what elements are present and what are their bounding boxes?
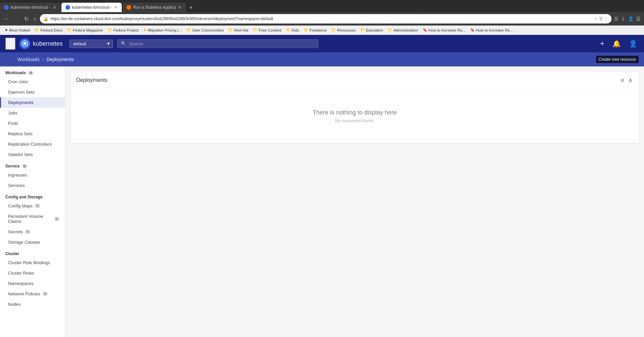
tab-3[interactable]: Run a Stateless Applica ✕ [122,3,186,12]
hamburger-menu[interactable]: ☰ [5,38,15,50]
sidebar-item-cluster-roles[interactable]: Cluster Roles [0,268,65,278]
search-box[interactable]: 🔍 [117,39,318,48]
more-options-icon[interactable]: ⋮ [604,16,608,21]
reload-button[interactable]: ↻ [23,15,30,23]
sidebar-item-pods[interactable]: Pods [0,118,65,129]
namespace-selector[interactable]: default [69,40,113,48]
tab-1-favicon [4,5,9,10]
sidebar-pods-label: Pods [8,121,18,126]
bookmark-red-hat[interactable]: 📁 Red Hat [226,27,250,33]
tab-1-close[interactable]: ✕ [53,5,57,10]
sidebar-item-pvc[interactable]: Persistent Volume Claims N [0,211,65,227]
search-input[interactable] [129,41,315,46]
tab-bar: kubernetes-ibmcloud - ✕ kubernetes-ibmcl… [0,0,644,12]
sidebar-ingresses-label: Ingresses [8,173,27,178]
sidebar-item-namespaces[interactable]: Namespaces [0,278,65,289]
back-button[interactable]: ← [3,15,11,22]
bookmark-education[interactable]: 📁 Education [358,27,385,33]
app-logo-text: kubernetes [33,40,63,47]
browser-chrome: kubernetes-ibmcloud - ✕ kubernetes-ibmcl… [0,0,644,35]
sidebar-item-cluster-role-bindings[interactable]: Cluster Role Bindings [0,257,65,268]
extensions-icon[interactable]: ☰ [613,15,619,22]
sidebar-item-replication-controllers[interactable]: Replication Controllers [0,139,65,149]
reader-mode-icon[interactable]: ☰ [599,16,603,21]
sidebar-jobs-label: Jobs [8,110,17,115]
sidebar-item-services[interactable]: Services [0,180,65,191]
bookmark-most-visited-label: Most Visited [9,28,30,32]
address-bar-row: ← → ↻ ⌂ 🔒 https://eu-de.containers.cloud… [0,12,644,26]
bookmark-fedora-docs-label: Fedora Docs [40,28,62,32]
bookmark-icon-2: 🔖 [470,28,475,32]
bookmark-freelance[interactable]: 📁 Freelance [302,27,329,33]
sidebar-cron-jobs-label: Cron Jobs [8,79,28,84]
bookmark-fedora-magazine[interactable]: 📁 Fedora Magazine [65,27,105,33]
sidebar-item-replica-sets[interactable]: Replica Sets [0,129,65,139]
breadcrumb-workloads[interactable]: Workloads [17,57,40,62]
namespace-wrapper: default ▼ [69,40,113,48]
sidebar-item-deployments[interactable]: Deployments [0,97,65,108]
bookmark-how-to-2[interactable]: 🔖 How to Increase Re... [468,27,515,33]
sidebar-section-config-storage-label: Config and Storage [5,195,43,199]
bookmark-free-content[interactable]: 📁 Free Content [251,27,283,33]
menu-icon[interactable]: ☰ [636,15,641,22]
bookmark-freelance-label: Freelance [310,28,327,32]
tab-1-label: kubernetes-ibmcloud - [11,5,51,10]
tab-2-label: kubernetes-ibmcloud - [72,5,112,10]
sidebar-services-label: Services [8,183,25,188]
notifications-button[interactable]: 🔔 [611,38,622,49]
sidebar-item-secrets[interactable]: Secrets N [0,227,65,237]
bookmark-resources[interactable]: 📁 Resources [329,27,358,33]
kube-logo-icon [19,38,30,49]
svg-marker-1 [22,41,28,46]
sidebar-item-ingresses[interactable]: Ingresses [0,170,65,180]
lock-icon: 🔒 [43,16,49,21]
sidebar-item-stateful-sets[interactable]: Stateful Sets [0,149,65,160]
sidebar-deployments-label: Deployments [8,100,34,105]
bookmark-kids[interactable]: 📁 Kids [284,27,301,33]
sidebar-item-storage-classes[interactable]: Storage Classes [0,237,65,247]
sidebar-item-network-policies[interactable]: Network Policies N [0,289,65,299]
browser-action-icons: ☰ ⇩ 👤 ☰ [613,15,641,22]
add-resource-button[interactable]: + [599,38,606,49]
folder-icon-10: 📁 [360,28,365,32]
bookmark-icon-1: 🔖 [423,28,427,32]
sidebar-item-config-maps[interactable]: Config Maps N [0,201,65,211]
forward-button[interactable]: → [13,15,21,22]
tab-2-close[interactable]: ✕ [114,5,118,10]
sidebar-item-nodes[interactable]: Nodes [0,299,65,309]
bookmark-resources-label: Resources [337,28,356,32]
tab-3-label: Run a Stateless Applica [133,5,176,10]
address-bar[interactable]: 🔒 https://eu-de.containers.cloud.ibm.com… [40,14,611,23]
bookmark-migration-pricing[interactable]: ★ Migration Pricing |... [141,27,183,33]
sidebar-storage-classes-label: Storage Classes [8,240,40,245]
folder-icon-9: 📁 [331,28,336,32]
sidebar-section-workloads-label: Workloads [5,70,26,75]
tab-2[interactable]: kubernetes-ibmcloud - ✕ [61,3,122,12]
sidebar-item-daemon-sets[interactable]: Daemon Sets [0,87,65,97]
empty-state: There is nothing to display here No reso… [71,89,639,143]
new-tab-button[interactable]: + [186,4,196,11]
bookmark-fedora-docs[interactable]: 📁 Fedora Docs [33,27,64,33]
downloads-icon[interactable]: ⇩ [621,15,626,22]
sidebar-section-config-storage: Config and Storage [0,191,65,201]
bookmark-how-to-1[interactable]: 🔖 How to Increase Re... [421,27,468,33]
home-button[interactable]: ⌂ [32,15,38,22]
filter-button[interactable]: ≡ [620,76,625,85]
sidebar-item-jobs[interactable]: Jobs [0,108,65,118]
user-account-button[interactable]: 👤 [628,38,639,49]
bookmark-fedora-project[interactable]: 📁 Fedora Project [106,27,141,33]
sidebar-daemon-sets-label: Daemon Sets [8,90,35,95]
bookmark-administration[interactable]: 📁 Administration [386,27,420,33]
search-icon: 🔍 [121,41,126,46]
sidebar-stateful-sets-label: Stateful Sets [8,152,33,157]
bookmark-education-label: Education [366,28,383,32]
tab-3-close[interactable]: ✕ [178,5,182,10]
bookmark-user-communities[interactable]: 📁 User Communities [184,27,226,33]
sidebar-item-cron-jobs[interactable]: Cron Jobs [0,77,65,87]
bookmark-most-visited[interactable]: ★ Most Visited [3,27,32,33]
tab-1[interactable]: kubernetes-ibmcloud - ✕ [0,3,61,12]
collapse-button[interactable]: ∧ [628,76,633,85]
main-layout: Workloads N Cron Jobs Daemon Sets Deploy… [0,66,644,337]
firefox-account-icon[interactable]: 👤 [627,15,634,22]
bookmark-star-icon[interactable]: ☆ [594,16,598,21]
